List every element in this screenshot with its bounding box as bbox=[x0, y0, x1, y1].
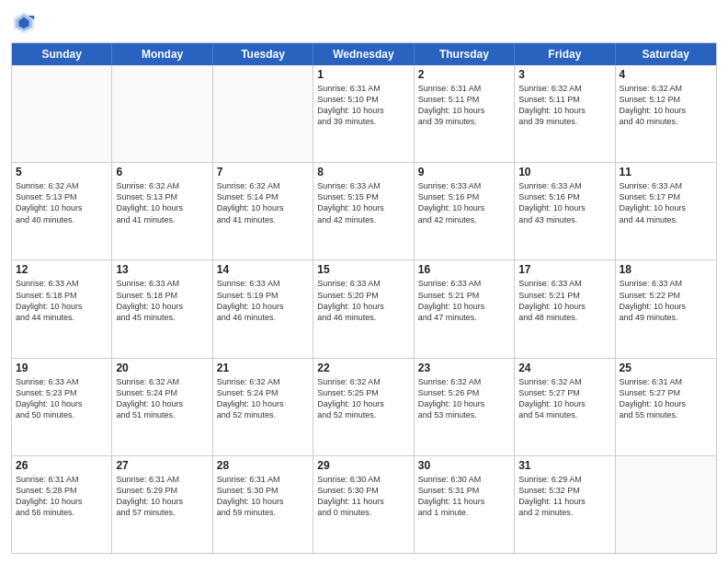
day-number: 30 bbox=[418, 459, 510, 472]
day-info: Sunrise: 6:32 AM Sunset: 5:13 PM Dayligh… bbox=[116, 180, 208, 225]
day-info: Sunrise: 6:29 AM Sunset: 5:32 PM Dayligh… bbox=[518, 474, 610, 519]
day-number: 9 bbox=[418, 166, 510, 178]
day-number: 22 bbox=[317, 362, 409, 374]
calendar-cell: 19Sunrise: 6:33 AM Sunset: 5:23 PM Dayli… bbox=[12, 359, 112, 455]
calendar-cell: 14Sunrise: 6:33 AM Sunset: 5:19 PM Dayli… bbox=[213, 260, 313, 357]
calendar-cell: 1Sunrise: 6:31 AM Sunset: 5:10 PM Daylig… bbox=[313, 65, 414, 162]
day-info: Sunrise: 6:32 AM Sunset: 5:27 PM Dayligh… bbox=[518, 376, 610, 421]
weekday-header: Thursday bbox=[415, 43, 515, 65]
calendar-cell: 21Sunrise: 6:32 AM Sunset: 5:24 PM Dayli… bbox=[213, 359, 313, 455]
weekday-header: Tuesday bbox=[213, 43, 313, 65]
day-number: 12 bbox=[16, 263, 108, 276]
day-number: 14 bbox=[217, 263, 309, 276]
day-number: 10 bbox=[518, 166, 610, 178]
day-info: Sunrise: 6:31 AM Sunset: 5:29 PM Dayligh… bbox=[116, 474, 208, 519]
calendar-cell: 25Sunrise: 6:31 AM Sunset: 5:27 PM Dayli… bbox=[616, 359, 716, 455]
day-info: Sunrise: 6:33 AM Sunset: 5:21 PM Dayligh… bbox=[418, 278, 510, 323]
header bbox=[11, 9, 717, 35]
day-info: Sunrise: 6:33 AM Sunset: 5:22 PM Dayligh… bbox=[620, 278, 712, 323]
day-number: 3 bbox=[518, 68, 610, 81]
calendar-cell: 17Sunrise: 6:33 AM Sunset: 5:21 PM Dayli… bbox=[515, 260, 615, 357]
day-number: 19 bbox=[16, 362, 108, 374]
day-info: Sunrise: 6:33 AM Sunset: 5:19 PM Dayligh… bbox=[217, 278, 309, 323]
page: SundayMondayTuesdayWednesdayThursdayFrid… bbox=[0, 0, 728, 563]
day-info: Sunrise: 6:32 AM Sunset: 5:25 PM Dayligh… bbox=[317, 376, 409, 421]
day-number: 1 bbox=[317, 68, 409, 81]
calendar-cell: 27Sunrise: 6:31 AM Sunset: 5:29 PM Dayli… bbox=[112, 456, 212, 553]
calendar-cell: 15Sunrise: 6:33 AM Sunset: 5:20 PM Dayli… bbox=[313, 260, 414, 357]
calendar-cell: 28Sunrise: 6:31 AM Sunset: 5:30 PM Dayli… bbox=[213, 456, 313, 553]
day-info: Sunrise: 6:32 AM Sunset: 5:14 PM Dayligh… bbox=[217, 180, 309, 225]
weekday-header: Saturday bbox=[616, 43, 716, 65]
day-info: Sunrise: 6:33 AM Sunset: 5:16 PM Dayligh… bbox=[518, 180, 610, 225]
calendar-cell bbox=[12, 65, 112, 162]
day-number: 21 bbox=[217, 362, 309, 374]
calendar-cell bbox=[112, 65, 212, 162]
day-info: Sunrise: 6:32 AM Sunset: 5:24 PM Dayligh… bbox=[217, 376, 309, 421]
calendar-cell: 8Sunrise: 6:33 AM Sunset: 5:15 PM Daylig… bbox=[313, 163, 414, 259]
day-info: Sunrise: 6:33 AM Sunset: 5:16 PM Dayligh… bbox=[418, 180, 510, 225]
calendar-cell: 24Sunrise: 6:32 AM Sunset: 5:27 PM Dayli… bbox=[515, 359, 615, 455]
calendar-cell: 13Sunrise: 6:33 AM Sunset: 5:18 PM Dayli… bbox=[112, 260, 212, 357]
calendar-row: 19Sunrise: 6:33 AM Sunset: 5:23 PM Dayli… bbox=[12, 359, 716, 456]
day-number: 4 bbox=[620, 68, 712, 81]
logo-icon bbox=[11, 9, 37, 35]
day-number: 18 bbox=[620, 263, 712, 276]
calendar-row: 26Sunrise: 6:31 AM Sunset: 5:28 PM Dayli… bbox=[12, 456, 716, 553]
day-info: Sunrise: 6:32 AM Sunset: 5:24 PM Dayligh… bbox=[116, 376, 208, 421]
day-info: Sunrise: 6:32 AM Sunset: 5:11 PM Dayligh… bbox=[518, 83, 610, 128]
day-info: Sunrise: 6:33 AM Sunset: 5:20 PM Dayligh… bbox=[317, 278, 409, 323]
day-number: 13 bbox=[116, 263, 208, 276]
calendar-cell: 31Sunrise: 6:29 AM Sunset: 5:32 PM Dayli… bbox=[515, 456, 615, 553]
day-info: Sunrise: 6:30 AM Sunset: 5:30 PM Dayligh… bbox=[317, 474, 409, 519]
calendar-cell: 29Sunrise: 6:30 AM Sunset: 5:30 PM Dayli… bbox=[313, 456, 414, 553]
day-info: Sunrise: 6:32 AM Sunset: 5:26 PM Dayligh… bbox=[418, 376, 510, 421]
calendar-cell: 11Sunrise: 6:33 AM Sunset: 5:17 PM Dayli… bbox=[616, 163, 716, 259]
day-number: 8 bbox=[317, 166, 409, 178]
day-number: 28 bbox=[217, 459, 309, 472]
calendar-cell: 16Sunrise: 6:33 AM Sunset: 5:21 PM Dayli… bbox=[415, 260, 515, 357]
day-number: 20 bbox=[116, 362, 208, 374]
day-info: Sunrise: 6:32 AM Sunset: 5:12 PM Dayligh… bbox=[620, 83, 712, 128]
calendar-cell: 30Sunrise: 6:30 AM Sunset: 5:31 PM Dayli… bbox=[415, 456, 515, 553]
calendar-cell: 2Sunrise: 6:31 AM Sunset: 5:11 PM Daylig… bbox=[415, 65, 515, 162]
weekday-header: Wednesday bbox=[313, 43, 414, 65]
calendar-cell: 10Sunrise: 6:33 AM Sunset: 5:16 PM Dayli… bbox=[515, 163, 615, 259]
calendar-cell: 9Sunrise: 6:33 AM Sunset: 5:16 PM Daylig… bbox=[415, 163, 515, 259]
day-number: 27 bbox=[116, 459, 208, 472]
day-number: 6 bbox=[116, 166, 208, 178]
weekday-header: Sunday bbox=[12, 43, 112, 65]
weekday-header: Friday bbox=[515, 43, 615, 65]
calendar-header: SundayMondayTuesdayWednesdayThursdayFrid… bbox=[12, 43, 716, 65]
day-info: Sunrise: 6:33 AM Sunset: 5:18 PM Dayligh… bbox=[116, 278, 208, 323]
day-info: Sunrise: 6:31 AM Sunset: 5:30 PM Dayligh… bbox=[217, 474, 309, 519]
day-number: 23 bbox=[418, 362, 510, 374]
calendar-row: 1Sunrise: 6:31 AM Sunset: 5:10 PM Daylig… bbox=[12, 65, 716, 163]
calendar-cell: 12Sunrise: 6:33 AM Sunset: 5:18 PM Dayli… bbox=[12, 260, 112, 357]
day-number: 31 bbox=[518, 459, 610, 472]
calendar-cell: 22Sunrise: 6:32 AM Sunset: 5:25 PM Dayli… bbox=[313, 359, 414, 455]
calendar-row: 12Sunrise: 6:33 AM Sunset: 5:18 PM Dayli… bbox=[12, 260, 716, 358]
day-info: Sunrise: 6:33 AM Sunset: 5:18 PM Dayligh… bbox=[16, 278, 108, 323]
calendar: SundayMondayTuesdayWednesdayThursdayFrid… bbox=[11, 42, 717, 554]
day-number: 16 bbox=[418, 263, 510, 276]
calendar-cell bbox=[213, 65, 313, 162]
calendar-cell: 20Sunrise: 6:32 AM Sunset: 5:24 PM Dayli… bbox=[112, 359, 212, 455]
calendar-row: 5Sunrise: 6:32 AM Sunset: 5:13 PM Daylig… bbox=[12, 163, 716, 260]
calendar-body: 1Sunrise: 6:31 AM Sunset: 5:10 PM Daylig… bbox=[12, 65, 716, 553]
calendar-cell: 18Sunrise: 6:33 AM Sunset: 5:22 PM Dayli… bbox=[616, 260, 716, 357]
calendar-cell: 23Sunrise: 6:32 AM Sunset: 5:26 PM Dayli… bbox=[415, 359, 515, 455]
day-info: Sunrise: 6:30 AM Sunset: 5:31 PM Dayligh… bbox=[418, 474, 510, 519]
calendar-cell: 3Sunrise: 6:32 AM Sunset: 5:11 PM Daylig… bbox=[515, 65, 615, 162]
calendar-cell bbox=[616, 456, 716, 553]
day-number: 15 bbox=[317, 263, 409, 276]
day-number: 25 bbox=[620, 362, 712, 374]
day-info: Sunrise: 6:31 AM Sunset: 5:28 PM Dayligh… bbox=[16, 474, 108, 519]
day-info: Sunrise: 6:33 AM Sunset: 5:21 PM Dayligh… bbox=[518, 278, 610, 323]
day-number: 5 bbox=[16, 166, 108, 178]
day-info: Sunrise: 6:31 AM Sunset: 5:27 PM Dayligh… bbox=[620, 376, 712, 421]
day-info: Sunrise: 6:33 AM Sunset: 5:15 PM Dayligh… bbox=[317, 180, 409, 225]
day-number: 17 bbox=[518, 263, 610, 276]
calendar-cell: 4Sunrise: 6:32 AM Sunset: 5:12 PM Daylig… bbox=[616, 65, 716, 162]
day-number: 29 bbox=[317, 459, 409, 472]
